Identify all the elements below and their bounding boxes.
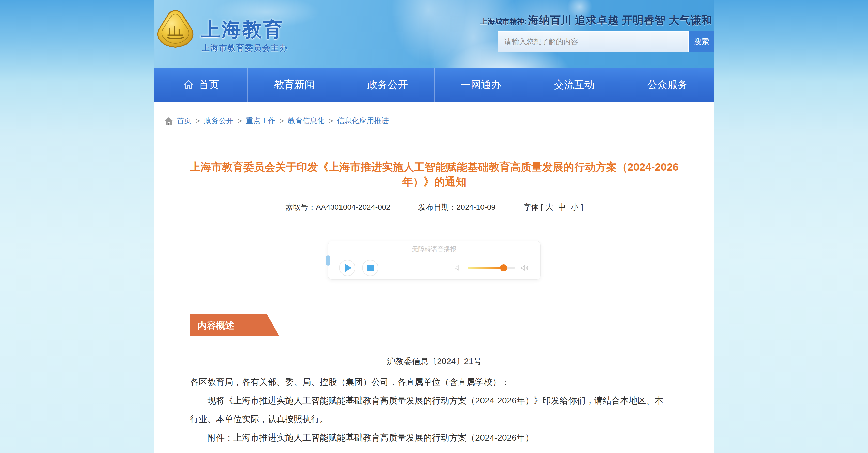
breadcrumb-link-gov-affairs[interactable]: 政务公开	[204, 116, 234, 126]
site-emblem-icon	[156, 9, 195, 52]
article-body: 上海市教育委员会关于印发《上海市推进实施人工智能赋能基础教育高质量发展的行动方案…	[154, 140, 714, 453]
home-icon	[183, 79, 194, 90]
nav-item-interaction[interactable]: 交流互动	[528, 68, 621, 102]
breadcrumb-separator: >	[329, 117, 333, 125]
play-button[interactable]	[339, 260, 355, 276]
accessibility-audio-player: 无障碍语音播报	[328, 241, 541, 280]
font-size-label: 字体 [	[523, 203, 543, 211]
nav-item-public-service[interactable]: 公众服务	[621, 68, 714, 102]
breadcrumb-link-key-work[interactable]: 重点工作	[246, 116, 275, 126]
font-size-small-button[interactable]: 小	[571, 203, 579, 211]
volume-slider-fill	[468, 267, 504, 269]
speaker-mute-icon[interactable]	[454, 264, 462, 272]
breadcrumb: 首页 > 政务公开 > 重点工作 > 教育信息化 > 信息化应用推进	[154, 102, 714, 140]
nav-item-label: 一网通办	[461, 78, 501, 92]
nav-item-gov-affairs[interactable]: 政务公开	[341, 68, 434, 102]
site-logo-title: 上海教育	[201, 17, 284, 43]
city-spirit-value: 海纳百川 追求卓越 开明睿智 大气谦和	[528, 14, 712, 26]
nav-item-label: 政务公开	[367, 78, 408, 92]
nav-item-news[interactable]: 教育新闻	[248, 68, 341, 102]
font-size-label-close: ]	[581, 203, 583, 211]
font-size-large-button[interactable]: 大	[546, 203, 553, 211]
breadcrumb-separator: >	[196, 117, 200, 125]
site-header: 上海教育 上海市教育委员会主办 上海城市精神: 海纳百川 追求卓越 开明睿智 大…	[154, 0, 714, 68]
audio-player-title: 无障碍语音播报	[328, 241, 540, 256]
nav-item-label: 首页	[199, 78, 219, 92]
nav-item-one-stop[interactable]: 一网通办	[435, 68, 528, 102]
article-paragraphs: 各区教育局，各有关部、委、局、控股（集团）公司，各直属单位（含直属学校）： 现将…	[190, 373, 668, 447]
city-spirit-label: 上海城市精神:	[480, 17, 527, 25]
home-icon	[164, 116, 174, 126]
search-input[interactable]	[498, 31, 689, 52]
search-bar: 搜索	[498, 31, 714, 52]
stop-button[interactable]	[362, 260, 378, 276]
font-size-medium-button[interactable]: 中	[558, 203, 566, 211]
font-size-switcher: 字体 [大中小]	[523, 202, 583, 213]
nav-item-label: 公众服务	[647, 78, 688, 92]
play-icon	[345, 264, 352, 272]
section-banner-label: 内容概述	[198, 320, 234, 331]
publish-date-value: 2024-10-09	[457, 203, 495, 211]
document-number: 沪教委信息〔2024〕21号	[154, 356, 714, 367]
breadcrumb-separator: >	[238, 117, 242, 125]
publish-date-label: 发布日期：	[418, 203, 457, 211]
breadcrumb-link-it-application[interactable]: 信息化应用推进	[337, 116, 389, 126]
speaker-loud-icon[interactable]	[521, 264, 529, 272]
publish-date: 发布日期：2024-10-09	[418, 202, 495, 213]
site-logo-subtitle: 上海市教育委员会主办	[202, 43, 288, 53]
volume-slider[interactable]	[468, 267, 515, 269]
nav-item-home[interactable]: 首页	[154, 68, 248, 102]
content-column: 上海教育 上海市教育委员会主办 上海城市精神: 海纳百川 追求卓越 开明睿智 大…	[154, 0, 714, 453]
archive-number-label: 索取号：	[285, 203, 316, 211]
nav-item-label: 教育新闻	[274, 78, 315, 92]
archive-number-value: AA4301004-2024-002	[316, 203, 391, 211]
section-banner: 内容概述	[190, 314, 280, 336]
breadcrumb-link-home[interactable]: 首页	[177, 116, 192, 126]
paragraph-attachment: 附件：上海市推进实施人工智能赋能基础教育高质量发展的行动方案（2024-2026…	[190, 428, 668, 447]
nav-item-label: 交流互动	[554, 78, 595, 92]
archive-number: 索取号：AA4301004-2024-002	[285, 202, 391, 213]
paragraph-addressees: 各区教育局，各有关部、委、局、控股（集团）公司，各直属单位（含直属学校）：	[190, 373, 668, 391]
main-nav: 首页 教育新闻 政务公开 一网通办 交流互动 公众服务	[154, 68, 714, 102]
article-title: 上海市教育委员会关于印发《上海市推进实施人工智能赋能基础教育高质量发展的行动方案…	[187, 160, 682, 189]
paragraph-notice: 现将《上海市推进实施人工智能赋能基础教育高质量发展的行动方案（2024-2026…	[190, 391, 668, 428]
article-meta: 索取号：AA4301004-2024-002 发布日期：2024-10-09 字…	[154, 202, 714, 213]
search-button[interactable]: 搜索	[689, 31, 714, 52]
breadcrumb-separator: >	[280, 117, 284, 125]
volume-slider-handle[interactable]	[500, 264, 507, 271]
city-spirit-slogan: 上海城市精神: 海纳百川 追求卓越 开明睿智 大气谦和	[480, 13, 712, 27]
player-side-tab[interactable]	[326, 255, 330, 266]
page-background: 上海教育 上海市教育委员会主办 上海城市精神: 海纳百川 追求卓越 开明睿智 大…	[0, 0, 868, 453]
volume-control	[454, 264, 529, 272]
stop-icon	[367, 265, 374, 271]
breadcrumb-link-edu-informatization[interactable]: 教育信息化	[288, 116, 325, 126]
audio-player-controls	[328, 256, 540, 279]
